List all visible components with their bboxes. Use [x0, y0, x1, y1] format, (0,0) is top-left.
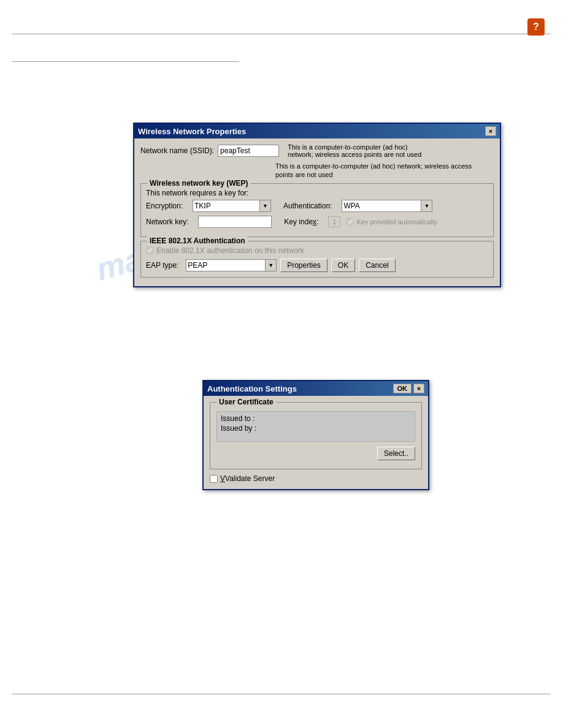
encryption-auth-row: Encryption: ▼ Authentication: ▼: [146, 200, 488, 212]
select-button[interactable]: Select..: [377, 447, 415, 460]
wireless-network-properties-dialog: Wireless Network Properties × Network na…: [133, 123, 501, 287]
network-name-label: Network name (SSID):: [140, 146, 214, 155]
network-name-row: Network name (SSID): This is a computer-…: [140, 143, 494, 158]
authentication-input[interactable]: [342, 200, 421, 212]
eap-row: EAP type: ▼ Properties OK Cancel: [146, 259, 488, 272]
validate-server-checkbox[interactable]: [210, 475, 218, 483]
top-divider: [12, 34, 551, 34]
validate-server-label: VValidate Server: [220, 474, 275, 483]
eap-dropdown-arrow[interactable]: ▼: [266, 259, 277, 271]
ieee-enable-checkbox[interactable]: [146, 246, 154, 254]
authentication-select-wrapper: ▼: [342, 200, 432, 212]
auth-body: User Certificate Issued to : Issued by :…: [204, 396, 428, 489]
wnp-close-button[interactable]: ×: [485, 126, 496, 136]
bottom-divider: [12, 694, 551, 694]
adhoc-description: This is a computer-to-computer (ad hoc) …: [275, 162, 490, 180]
key-provided-row: Key provided automatically: [347, 218, 437, 226]
authentication-label: Authentication:: [283, 202, 332, 210]
cancel-button[interactable]: Cancel: [359, 259, 395, 272]
second-divider: [12, 61, 239, 62]
wep-requires-label: This network requires a key for:: [146, 189, 488, 197]
auth-title: Authentication Settings: [207, 384, 297, 393]
adhoc-label: This is a computer-to-computer (ad hoc) …: [288, 143, 435, 158]
ieee-enable-row: Enable 802.1X authentication on this net…: [146, 246, 488, 255]
wnp-titlebar: Wireless Network Properties ×: [134, 124, 500, 138]
authentication-settings-dialog: Authentication Settings OK × User Certif…: [202, 380, 429, 490]
wnp-body: Network name (SSID): This is a computer-…: [134, 138, 500, 286]
auth-close-button[interactable]: ×: [413, 384, 424, 393]
issued-by-label: Issued by :: [221, 424, 411, 433]
key-provided-label: Key provided automatically: [356, 218, 437, 226]
cert-group-label: User Certificate: [216, 398, 276, 406]
ieee-group: IEEE 802.1X Authentication Enable 802.1X…: [140, 241, 494, 278]
key-index-label: Key index:: [284, 218, 318, 226]
auth-titlebar-buttons: OK ×: [393, 384, 425, 393]
help-icon[interactable]: ?: [527, 18, 545, 36]
encryption-dropdown-arrow[interactable]: ▼: [260, 200, 271, 212]
wep-group: Wireless network key (WEP) This network …: [140, 183, 494, 237]
validate-server-row: VValidate Server: [210, 474, 422, 483]
properties-button[interactable]: Properties: [280, 259, 327, 272]
key-provided-checkbox[interactable]: [347, 218, 354, 226]
select-button-row: Select..: [216, 447, 415, 460]
wnp-title: Wireless Network Properties: [138, 127, 246, 136]
certificate-field: Issued to : Issued by :: [216, 411, 415, 442]
eap-type-input[interactable]: [186, 259, 266, 271]
encryption-select-wrapper: ▼: [193, 200, 271, 212]
network-key-input[interactable]: [198, 216, 272, 228]
encryption-input[interactable]: [193, 200, 260, 212]
ieee-group-label: IEEE 802.1X Authentication: [147, 237, 248, 245]
auth-titlebar: Authentication Settings OK ×: [204, 381, 428, 396]
auth-titlebar-ok-button[interactable]: OK: [393, 384, 412, 393]
eap-select-wrapper: ▼: [186, 259, 277, 271]
wep-group-label: Wireless network key (WEP): [147, 179, 251, 188]
network-name-input[interactable]: [218, 145, 279, 157]
network-key-label: Network key:: [146, 218, 188, 226]
authentication-dropdown-arrow[interactable]: ▼: [421, 200, 432, 212]
encryption-label: Encryption:: [146, 202, 183, 210]
eap-type-label: EAP type:: [146, 261, 178, 270]
issued-to-label: Issued to :: [221, 414, 411, 423]
ieee-enable-label: Enable 802.1X authentication on this net…: [156, 246, 304, 255]
ok-button[interactable]: OK: [331, 259, 355, 272]
network-key-row: Network key: Key index: 1 Key provided a…: [146, 216, 488, 228]
key-index-value: 1: [328, 216, 340, 227]
user-certificate-group: User Certificate Issued to : Issued by :…: [210, 402, 422, 469]
